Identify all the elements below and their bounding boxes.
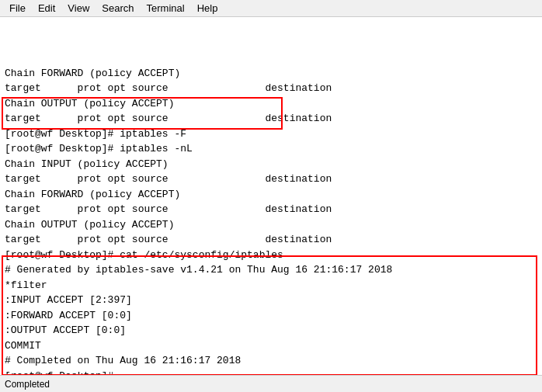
terminal-line: [root@wf Desktop]# iptables -nL (5, 141, 537, 157)
menu-terminal[interactable]: Terminal (141, 1, 191, 16)
terminal-line: [root@wf Desktop]# iptables -F (5, 127, 537, 142)
menu-view[interactable]: View (61, 1, 96, 16)
menu-help[interactable]: Help (191, 1, 224, 16)
terminal-line: # Completed on Thu Aug 16 21:16:17 2018 (5, 353, 537, 369)
terminal-line: target prot opt source destination (5, 111, 537, 127)
terminal-line: [root@wf Desktop]# (5, 369, 537, 376)
menu-file[interactable]: File (3, 1, 32, 16)
status-bar: Completed (0, 375, 542, 392)
terminal-line: COMMIT (5, 338, 537, 354)
menu-bar: File Edit View Search Terminal Help (0, 0, 542, 17)
terminal-line: target prot opt source destination (5, 202, 537, 217)
terminal-line: target prot opt source destination (5, 232, 537, 248)
terminal-line: # Generated by iptables-save v1.4.21 on … (5, 262, 537, 278)
terminal-line: Chain OUTPUT (policy ACCEPT) (5, 217, 537, 233)
terminal-line: Chain OUTPUT (policy ACCEPT) (5, 96, 537, 112)
terminal-line: :INPUT ACCEPT [2:397] (5, 293, 537, 308)
menu-edit[interactable]: Edit (32, 1, 61, 16)
terminal-line: Chain FORWARD (policy ACCEPT) (5, 187, 537, 203)
terminal-line: :FORWARD ACCEPT [0:0] (5, 308, 537, 324)
terminal-body[interactable]: Chain FORWARD (policy ACCEPT)target prot… (0, 17, 542, 375)
terminal-line: :OUTPUT ACCEPT [0:0] (5, 323, 537, 338)
terminal-line: *filter (5, 278, 537, 293)
terminal-line: target prot opt source destination (5, 81, 537, 96)
terminal-line: Chain FORWARD (policy ACCEPT) (5, 66, 537, 82)
terminal-line: target prot opt source destination (5, 172, 537, 187)
terminal-line: Chain INPUT (policy ACCEPT) (5, 157, 537, 172)
status-text: Completed (5, 379, 50, 390)
menu-search[interactable]: Search (96, 1, 140, 16)
terminal-line: [root@wf Desktop]# cat /etc/sysconfig/ip… (5, 248, 537, 263)
